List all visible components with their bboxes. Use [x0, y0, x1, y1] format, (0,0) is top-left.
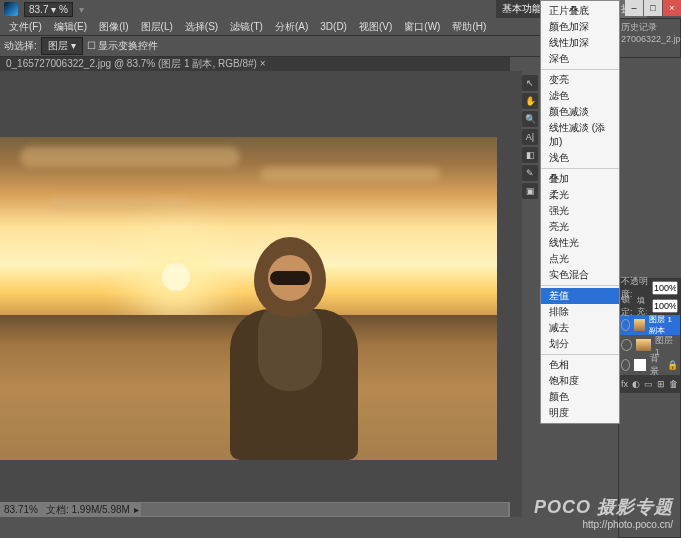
- opacity-input[interactable]: [652, 281, 678, 295]
- window-minimize-button[interactable]: –: [625, 0, 643, 16]
- folder-icon[interactable]: ▭: [644, 379, 653, 389]
- blend-item[interactable]: 线性光: [541, 235, 619, 251]
- right-toolbar: ↖ ✋ 🔍 A| ◧ ✎ ▣: [522, 71, 540, 199]
- history-thumb-label: 27006322_2.jpg: [621, 34, 678, 44]
- canvas-area: 83.71% 文档: 1.99M/5.98M ▸: [0, 71, 522, 517]
- shape-tool-icon[interactable]: ◧: [522, 147, 538, 163]
- blend-item[interactable]: 线性加深: [541, 35, 619, 51]
- zoom-tool-icon[interactable]: 🔍: [522, 111, 538, 127]
- fill-input[interactable]: [652, 299, 678, 313]
- layer-thumb: [634, 359, 646, 371]
- layer-row[interactable]: 背景 🔒: [619, 355, 680, 375]
- menu-edit[interactable]: 编辑(E): [49, 19, 92, 35]
- blend-item[interactable]: 深色: [541, 51, 619, 67]
- zoom-readout[interactable]: 83.71%: [0, 504, 42, 515]
- blend-item[interactable]: 排除: [541, 304, 619, 320]
- menu-view[interactable]: 视图(V): [354, 19, 397, 35]
- new-layer-icon[interactable]: ⊞: [657, 379, 665, 389]
- layer-thumb: [634, 319, 645, 331]
- blend-item[interactable]: 点光: [541, 251, 619, 267]
- menu-image[interactable]: 图像(I): [94, 19, 133, 35]
- blend-item[interactable]: 饱和度: [541, 373, 619, 389]
- horizontal-scrollbar[interactable]: [141, 503, 508, 516]
- blend-item[interactable]: 颜色加深: [541, 19, 619, 35]
- text-tool-icon[interactable]: A|: [522, 129, 538, 145]
- blend-item[interactable]: 色相: [541, 357, 619, 373]
- canvas[interactable]: [0, 137, 497, 460]
- lock-icon: 🔒: [667, 360, 678, 370]
- menu-filter[interactable]: 滤镜(T): [225, 19, 268, 35]
- watermark-url: http://photo.poco.cn/: [534, 519, 673, 530]
- blend-item[interactable]: 柔光: [541, 187, 619, 203]
- blend-item[interactable]: 滤色: [541, 88, 619, 104]
- layer-name[interactable]: 背景: [650, 352, 663, 378]
- autoselect-dropdown[interactable]: 图层 ▾: [41, 37, 83, 55]
- menu-layer[interactable]: 图层(L): [136, 19, 178, 35]
- watermark: POCO 摄影专题 http://photo.poco.cn/: [534, 495, 673, 530]
- blend-item[interactable]: 线性减淡 (添加): [541, 120, 619, 150]
- show-controls-checkbox[interactable]: ☐ 显示变换控件: [87, 39, 159, 53]
- menu-file[interactable]: 文件(F): [4, 19, 47, 35]
- blend-item[interactable]: 颜色: [541, 389, 619, 405]
- trash-icon[interactable]: 🗑: [669, 379, 678, 389]
- blend-item[interactable]: 颜色减淡: [541, 104, 619, 120]
- history-panel[interactable]: 历史记录 27006322_2.jpg: [618, 18, 681, 58]
- blend-item-selected[interactable]: 差值: [541, 288, 619, 304]
- ps-logo-icon: [4, 2, 18, 16]
- swatch-tool-icon[interactable]: ▣: [522, 183, 538, 199]
- menu-window[interactable]: 窗口(W): [399, 19, 445, 35]
- blend-item[interactable]: 强光: [541, 203, 619, 219]
- arrow-tool-icon[interactable]: ↖: [522, 75, 538, 91]
- lock-row: 锁定: 填充:: [619, 297, 680, 315]
- menu-analysis[interactable]: 分析(A): [270, 19, 313, 35]
- document-tab[interactable]: 0_165727006322_2.jpg @ 83.7% (图层 1 副本, R…: [0, 57, 510, 71]
- mask-icon[interactable]: ◐: [632, 379, 640, 389]
- blend-item[interactable]: 叠加: [541, 171, 619, 187]
- zoom-field[interactable]: 83.7 ▾ %: [24, 2, 73, 17]
- brush-tool-icon[interactable]: ✎: [522, 165, 538, 181]
- visibility-icon[interactable]: [621, 319, 630, 331]
- layer-thumb: [636, 339, 651, 351]
- window-maximize-button[interactable]: □: [644, 0, 662, 16]
- blend-item[interactable]: 亮光: [541, 219, 619, 235]
- visibility-icon[interactable]: [621, 359, 630, 371]
- blend-item[interactable]: 减去: [541, 320, 619, 336]
- blend-item[interactable]: 正片叠底: [541, 3, 619, 19]
- blendmode-dropdown[interactable]: 正片叠底 颜色加深 线性加深 深色 变亮 滤色 颜色减淡 线性减淡 (添加) 浅…: [540, 0, 620, 424]
- history-tab[interactable]: 历史记录: [621, 21, 678, 34]
- window-close-button[interactable]: ×: [663, 0, 681, 16]
- docsize-dropdown-icon[interactable]: ▸: [134, 504, 139, 515]
- status-bar: 83.71% 文档: 1.99M/5.98M ▸: [0, 502, 510, 517]
- blend-item[interactable]: 变亮: [541, 72, 619, 88]
- blend-item[interactable]: 划分: [541, 336, 619, 352]
- menu-3d[interactable]: 3D(D): [315, 20, 352, 33]
- menu-help[interactable]: 帮助(H): [447, 19, 491, 35]
- hand-tool-icon[interactable]: ✋: [522, 93, 538, 109]
- lock-label: 锁定:: [621, 293, 637, 319]
- blend-item[interactable]: 明度: [541, 405, 619, 421]
- autoselect-label: 动选择:: [4, 39, 37, 53]
- fx-icon[interactable]: fx: [621, 379, 628, 389]
- visibility-icon[interactable]: [621, 339, 632, 351]
- watermark-brand: POCO 摄影专题: [534, 495, 673, 519]
- menu-select[interactable]: 选择(S): [180, 19, 223, 35]
- blend-item[interactable]: 浅色: [541, 150, 619, 166]
- docsize-readout: 文档: 1.99M/5.98M: [42, 503, 134, 517]
- blend-item[interactable]: 实色混合: [541, 267, 619, 283]
